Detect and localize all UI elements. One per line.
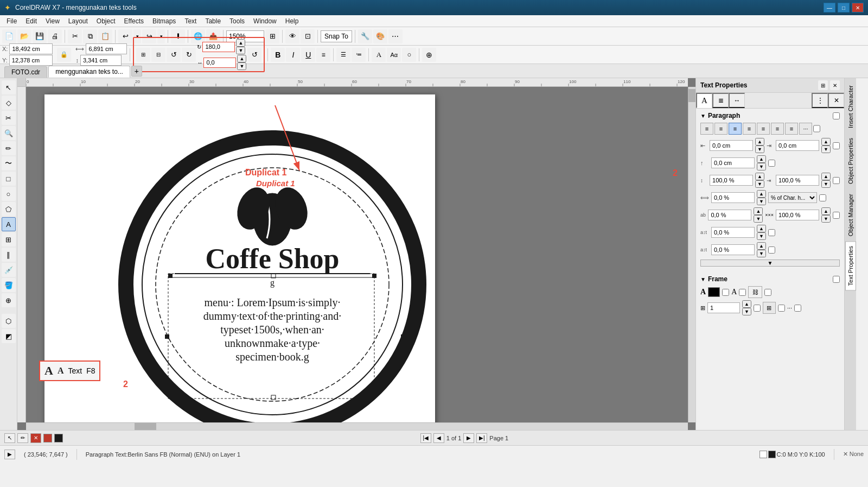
polygon-tool[interactable]: ⬠ [2, 202, 16, 216]
color-red-swatch[interactable] [43, 434, 52, 442]
panel-tab-para[interactable]: ≣ [712, 93, 729, 108]
interactive-tool[interactable]: ⊕ [2, 293, 16, 307]
ellipse-tool[interactable]: ○ [2, 187, 16, 201]
side-tab-obj-mgr[interactable]: Object Manager [845, 189, 856, 241]
mirror-input[interactable] [203, 58, 236, 68]
menu-view[interactable]: View [41, 16, 64, 26]
panel-tab-settings[interactable]: ⋮ [812, 93, 828, 108]
menu-bitmaps[interactable]: Bitmaps [148, 16, 180, 26]
char-spacing-unit[interactable]: % of Char. h... [768, 192, 817, 203]
word-spacing2-up[interactable]: ▲ [821, 207, 831, 215]
line-spacing2-down[interactable]: ▼ [821, 180, 831, 188]
indent-right-input[interactable] [776, 140, 819, 151]
frame-more-checkbox[interactable] [794, 305, 801, 312]
first-page-button[interactable]: |◀ [420, 433, 431, 443]
number-list-button[interactable]: ≔ [352, 48, 366, 62]
line-spacing-down[interactable]: ▼ [755, 180, 764, 188]
last-page-button[interactable]: ▶| [476, 433, 487, 443]
indent-right-up[interactable]: ▲ [821, 138, 831, 146]
baseline-input[interactable] [711, 227, 755, 238]
h-input[interactable] [80, 55, 122, 66]
indent-right-down[interactable]: ▼ [821, 146, 831, 153]
next-page-button[interactable]: ▶ [463, 433, 474, 443]
align-text-button[interactable]: ≡ [316, 48, 330, 62]
print-button[interactable]: 🖨 [48, 29, 62, 43]
close-button[interactable]: ✕ [852, 3, 864, 12]
indent-left-down[interactable]: ▼ [755, 146, 764, 153]
baseline-up[interactable]: ▲ [757, 225, 766, 232]
char-format-button[interactable]: A [372, 48, 386, 62]
baseline2-up[interactable]: ▲ [757, 242, 766, 250]
vertical-scrollbar[interactable] [688, 87, 695, 422]
menu-file[interactable]: File [2, 16, 21, 26]
space-before-up[interactable]: ▲ [757, 155, 766, 163]
menu-tools[interactable]: Tools [225, 16, 249, 26]
tab-menggunakan-teks[interactable]: menggunakan teks to... [48, 66, 130, 78]
frame-checkbox[interactable] [833, 276, 840, 283]
fill-tool[interactable]: 🪣 [2, 278, 16, 292]
align-tl-button[interactable]: ⊞ [136, 48, 150, 62]
space-before-checkbox[interactable] [768, 160, 775, 167]
save-button[interactable]: 💾 [33, 29, 47, 43]
menu-object[interactable]: Object [92, 16, 120, 26]
frame-more-btn[interactable]: ··· [787, 305, 792, 311]
cursor-pos-button[interactable]: ▶ [4, 450, 15, 459]
baseline2-down[interactable]: ▼ [757, 250, 766, 257]
menu-effects[interactable]: Effects [120, 16, 148, 26]
mirror-up-button[interactable]: ▲ [237, 55, 246, 62]
space-before-down[interactable]: ▼ [757, 163, 766, 170]
align-more-btn[interactable]: ··· [799, 123, 812, 135]
flip-h-button[interactable]: ↺ [247, 48, 261, 62]
char-spacing-up[interactable]: ▲ [757, 190, 766, 198]
menu-help[interactable]: Help [281, 16, 303, 26]
side-tab-text-props[interactable]: Text Properties [845, 241, 856, 290]
copy-button[interactable]: ⧉ [83, 29, 97, 43]
side-tab-obj-props[interactable]: Object Properties [845, 133, 856, 189]
align-6-btn[interactable]: ≡ [785, 123, 798, 135]
rotate-cw-button[interactable]: ↻ [182, 48, 196, 62]
minimize-button[interactable]: — [824, 3, 835, 12]
w-input[interactable] [86, 43, 127, 54]
paste-button[interactable]: 📋 [98, 29, 112, 43]
more-button[interactable]: ⋯ [388, 29, 403, 43]
align-center-btn[interactable]: ≡ [714, 123, 727, 135]
word-spacing-input[interactable] [708, 210, 751, 220]
align-right-btn[interactable]: ≡ [729, 123, 742, 135]
menu-table[interactable]: Table [201, 16, 225, 26]
word-spacing-checkbox[interactable] [833, 212, 840, 219]
panel-tab-frame[interactable]: ↔ [729, 93, 745, 108]
color-tool[interactable]: ◩ [2, 329, 16, 343]
menu-layout[interactable]: Layout [64, 16, 92, 26]
paragraph-expand-btn[interactable]: ▼ [700, 260, 840, 267]
tool-x-mini[interactable]: ✕ [30, 433, 41, 443]
tool-select-mini[interactable]: ↖ [4, 433, 15, 443]
frame-count-up[interactable]: ▲ [742, 300, 751, 308]
line-spacing2-up[interactable]: ▲ [821, 173, 831, 180]
word-spacing-down[interactable]: ▼ [754, 215, 763, 223]
view1-button[interactable]: 👁 [285, 29, 299, 43]
tab-foto-cdr[interactable]: FOTO.cdr [4, 66, 47, 78]
color-black-swatch[interactable] [54, 434, 63, 442]
add-button[interactable]: ⊕ [422, 48, 436, 62]
char-spacing-input[interactable] [711, 192, 755, 203]
tool-freehand-mini[interactable]: ✏ [17, 433, 28, 443]
word-spacing-up[interactable]: ▲ [754, 207, 763, 215]
space-before-input[interactable] [711, 157, 755, 168]
frame-count-checkbox[interactable] [754, 305, 761, 312]
smartdraw-tool[interactable]: 〜 [2, 156, 16, 170]
prev-page-button[interactable]: ◀ [433, 433, 444, 443]
menu-window[interactable]: Window [249, 16, 281, 26]
bullets-button[interactable]: ☰ [336, 48, 350, 62]
y-input[interactable] [9, 55, 53, 66]
frame-color-checkbox[interactable] [722, 289, 729, 296]
frame-cols-checkbox[interactable] [778, 305, 785, 312]
frame-link-btn[interactable]: ⛓ [748, 286, 762, 298]
frame-color-swatch[interactable] [708, 287, 720, 297]
zoom-tool[interactable]: 🔍 [2, 126, 16, 140]
frame-count-input[interactable] [707, 302, 740, 313]
crop-tool[interactable]: ✂ [2, 111, 16, 125]
zoom-fit-button[interactable]: ⊞ [265, 29, 279, 43]
line-spacing-checkbox[interactable] [833, 177, 840, 184]
parallel-tool[interactable]: ∥ [2, 248, 16, 262]
tab-add-button[interactable]: + [131, 66, 142, 77]
